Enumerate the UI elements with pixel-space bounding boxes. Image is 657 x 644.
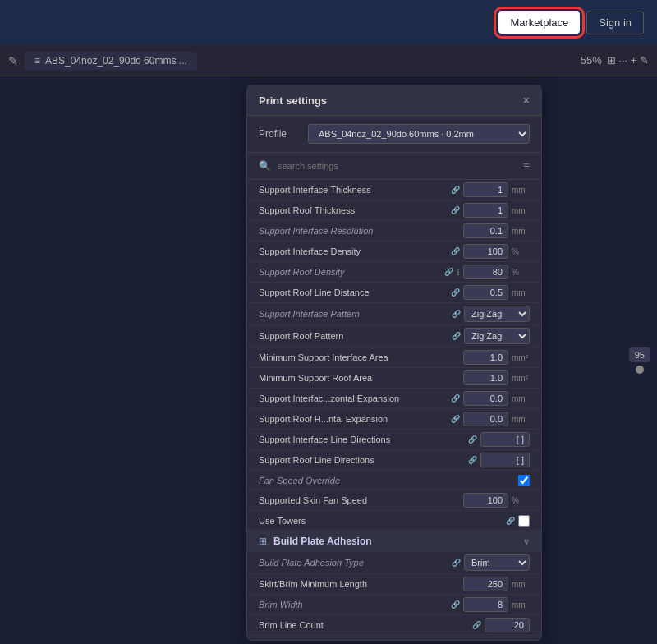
link-icon[interactable]: 🔗 xyxy=(451,186,460,194)
setting-unit: mm² xyxy=(512,374,530,383)
link-icon[interactable]: 🔗 xyxy=(468,435,477,444)
signin-button[interactable]: Sign in xyxy=(586,11,644,34)
print-settings-panel: Print settings × Profile ABS_04noz_02_90… xyxy=(246,85,542,641)
setting-name: Support Interfac...zontal Expansion xyxy=(259,393,451,403)
profile-select[interactable]: ABS_04noz_02_90do 60mms · 0.2mm xyxy=(308,124,530,144)
link-icon[interactable]: 🔗 xyxy=(451,415,460,423)
setting-unit: % xyxy=(512,247,530,256)
link-icon[interactable]: 🔗 xyxy=(452,310,461,318)
setting-unit: mm xyxy=(512,600,530,610)
setting-row: Support Interface Line Directions🔗 xyxy=(247,430,541,450)
link-icon[interactable]: 🔗 xyxy=(451,206,460,214)
tab-file-icon: ≡ xyxy=(34,55,40,67)
marketplace-button[interactable]: Marketplace xyxy=(498,12,580,34)
setting-value-input[interactable] xyxy=(485,618,530,632)
side-scrollbar: 95 xyxy=(629,347,650,374)
panel-close-button[interactable]: × xyxy=(523,94,530,107)
scroll-thumb[interactable] xyxy=(636,366,644,374)
setting-row: Minimum Support Interface Areamm² xyxy=(247,347,541,368)
setting-name: Build Plate Adhesion Type xyxy=(259,558,452,568)
setting-value-input[interactable] xyxy=(463,203,508,218)
setting-row: Support Roof Density🔗ℹ% xyxy=(247,262,541,283)
setting-row: Brim Width🔗mm xyxy=(247,595,541,615)
setting-row: Supported Skin Fan Speed% xyxy=(247,490,541,511)
setting-checkbox[interactable] xyxy=(518,515,530,527)
setting-unit: mm² xyxy=(512,353,530,362)
setting-checkbox[interactable] xyxy=(518,475,530,486)
tab-icon: ✎ xyxy=(8,54,18,67)
setting-row: Support Interface Density🔗% xyxy=(247,242,541,262)
setting-value-input[interactable] xyxy=(463,350,508,365)
link-icon[interactable]: 🔗 xyxy=(451,288,460,297)
setting-value-input[interactable] xyxy=(463,577,508,591)
setting-value-input[interactable] xyxy=(463,223,508,238)
setting-value-input[interactable] xyxy=(463,597,508,612)
setting-row: Support Roof Line Directions🔗 xyxy=(247,450,541,471)
tab-filename: ABS_04noz_02_90do 60mms ... xyxy=(45,55,187,67)
setting-value-input[interactable] xyxy=(463,412,508,426)
search-icon: 🔍 xyxy=(259,160,271,172)
setting-name: Support Interface Density xyxy=(259,246,451,256)
panel-title: Print settings xyxy=(259,94,327,107)
tab-controls: 55% ⊞ ··· + ✎ xyxy=(581,54,649,67)
main-area: Print settings × Profile ABS_04noz_02_90… xyxy=(0,76,657,644)
setting-name: Support Interface Thickness xyxy=(259,185,451,195)
setting-value-input[interactable] xyxy=(463,285,508,300)
setting-row: Support Roof H...ntal Expansion🔗mm xyxy=(247,409,541,430)
setting-value-input[interactable] xyxy=(480,432,530,447)
setting-row: Use Towers🔗 xyxy=(247,511,541,531)
link-icon[interactable]: 🔗 xyxy=(451,600,460,609)
settings-menu-icon[interactable]: ≡ xyxy=(523,159,530,172)
setting-value-input[interactable] xyxy=(463,244,508,259)
setting-value-select[interactable]: Zig Zag xyxy=(464,328,530,344)
setting-row: Support Roof Thickness🔗mm xyxy=(247,200,541,221)
setting-checkbox[interactable] xyxy=(518,640,530,641)
setting-unit: % xyxy=(512,496,530,505)
section-build-plate[interactable]: ⊞ Build Plate Adhesion ∨ xyxy=(247,531,541,552)
setting-value-input[interactable] xyxy=(480,453,530,467)
setting-name: Support Interface Resolution xyxy=(259,226,463,236)
setting-value-select[interactable]: Zig Zag xyxy=(464,306,530,322)
setting-value-input[interactable] xyxy=(463,370,508,385)
scroll-badge: 95 xyxy=(629,347,650,362)
setting-row: Support Roof Pattern🔗Zig Zag xyxy=(247,325,541,347)
setting-name: Brim Line Count xyxy=(259,620,472,630)
link-icon[interactable]: 🔗 xyxy=(506,517,515,525)
setting-unit: mm xyxy=(512,415,530,424)
setting-name: Minimum Support Interface Area xyxy=(259,352,463,362)
setting-row: Support Roof Line Distance🔗mm xyxy=(247,283,541,303)
setting-unit: mm xyxy=(512,186,530,195)
top-bar: Marketplace Sign in xyxy=(0,0,657,45)
link-icon[interactable]: 🔗 xyxy=(451,247,460,255)
setting-value-input[interactable] xyxy=(463,391,508,406)
setting-value-input[interactable] xyxy=(463,264,508,279)
setting-row: Fan Speed Override xyxy=(247,471,541,490)
setting-name: Use Towers xyxy=(259,516,506,526)
setting-row: Minimum Support Roof Areamm² xyxy=(247,368,541,389)
setting-row: Support Interface Resolutionmm xyxy=(247,221,541,242)
setting-name: Skirt/Brim Minimum Length xyxy=(259,579,463,589)
setting-name: Minimum Support Roof Area xyxy=(259,373,463,383)
link-icon[interactable]: 🔗 xyxy=(452,559,461,567)
info-icon: ℹ xyxy=(457,268,460,277)
search-input[interactable] xyxy=(278,161,517,171)
build-plate-icon: ⊞ xyxy=(259,536,267,547)
link-icon[interactable]: 🔗 xyxy=(452,332,461,340)
build-plate-chevron: ∨ xyxy=(523,536,530,547)
link-icon[interactable]: 🔗 xyxy=(472,621,481,629)
setting-row: Skirt/Brim Minimum Lengthmm xyxy=(247,574,541,595)
setting-unit: mm xyxy=(512,580,530,589)
link-icon[interactable]: 🔗 xyxy=(468,456,477,464)
setting-row: Support Interface Pattern🔗Zig Zag xyxy=(247,303,541,325)
setting-value-select[interactable]: Brim xyxy=(464,554,530,571)
link-icon[interactable]: 🔗 xyxy=(444,268,453,276)
file-tab[interactable]: ≡ ABS_04noz_02_90do 60mms ... xyxy=(25,52,197,70)
setting-name: Support Roof Line Distance xyxy=(259,288,451,297)
profile-row: Profile ABS_04noz_02_90do 60mms · 0.2mm xyxy=(247,116,541,153)
link-icon[interactable]: 🔗 xyxy=(451,394,460,402)
setting-row: Brim Line Count🔗 xyxy=(247,615,541,636)
setting-value-input[interactable] xyxy=(463,493,508,508)
setting-unit: mm xyxy=(512,288,530,297)
setting-name: Fan Speed Override xyxy=(259,476,518,485)
setting-value-input[interactable] xyxy=(463,182,508,197)
